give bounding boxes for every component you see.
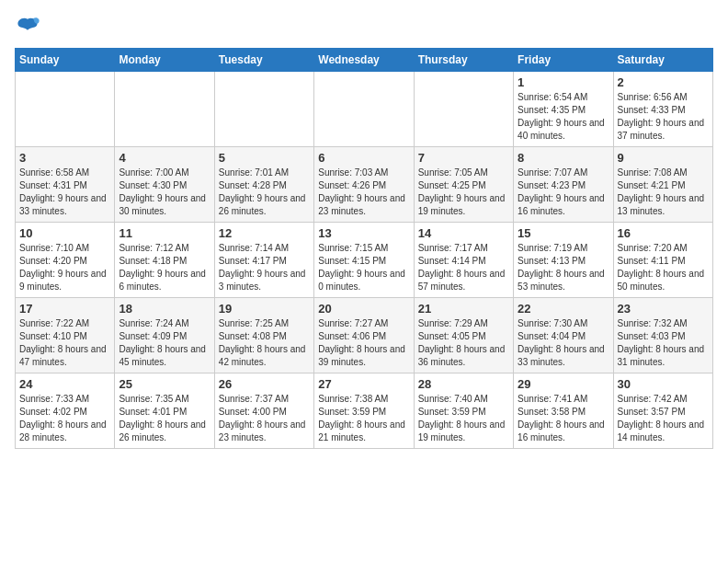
day-info: Sunrise: 6:54 AM Sunset: 4:35 PM Dayligh… (518, 91, 609, 143)
day-number: 11 (119, 226, 210, 240)
day-info: Sunrise: 7:32 AM Sunset: 4:03 PM Dayligh… (618, 317, 709, 369)
calendar-table: SundayMondayTuesdayWednesdayThursdayFrid… (15, 48, 713, 449)
calendar-cell: 2Sunrise: 6:56 AM Sunset: 4:33 PM Daylig… (613, 72, 712, 147)
day-number: 18 (119, 302, 210, 316)
calendar-cell: 1Sunrise: 6:54 AM Sunset: 4:35 PM Daylig… (514, 72, 613, 147)
day-number: 16 (618, 226, 709, 240)
calendar-cell: 28Sunrise: 7:40 AM Sunset: 3:59 PM Dayli… (414, 373, 513, 449)
day-info: Sunrise: 7:07 AM Sunset: 4:23 PM Dayligh… (518, 167, 609, 218)
day-number: 5 (219, 151, 310, 165)
logo (15, 15, 44, 40)
page-header (15, 15, 713, 40)
calendar-cell: 8Sunrise: 7:07 AM Sunset: 4:23 PM Daylig… (514, 147, 613, 223)
day-info: Sunrise: 7:35 AM Sunset: 4:01 PM Dayligh… (119, 393, 210, 444)
weekday-header-wednesday: Wednesday (314, 49, 414, 72)
calendar-header: SundayMondayTuesdayWednesdayThursdayFrid… (16, 49, 713, 72)
calendar-cell: 7Sunrise: 7:05 AM Sunset: 4:25 PM Daylig… (414, 147, 513, 223)
calendar-cell: 4Sunrise: 7:00 AM Sunset: 4:30 PM Daylig… (115, 147, 214, 223)
day-number: 21 (418, 302, 509, 316)
calendar-cell: 12Sunrise: 7:14 AM Sunset: 4:17 PM Dayli… (214, 223, 313, 298)
weekday-header-thursday: Thursday (414, 49, 513, 72)
day-info: Sunrise: 7:15 AM Sunset: 4:15 PM Dayligh… (318, 242, 409, 293)
day-info: Sunrise: 6:56 AM Sunset: 4:33 PM Dayligh… (618, 91, 709, 143)
day-number: 3 (19, 151, 110, 165)
calendar-cell: 11Sunrise: 7:12 AM Sunset: 4:18 PM Dayli… (115, 223, 214, 298)
calendar-cell (214, 72, 313, 147)
day-info: Sunrise: 7:30 AM Sunset: 4:04 PM Dayligh… (518, 317, 609, 369)
day-number: 30 (618, 377, 709, 391)
day-number: 9 (618, 151, 709, 165)
calendar-cell: 25Sunrise: 7:35 AM Sunset: 4:01 PM Dayli… (115, 373, 214, 449)
day-number: 10 (19, 226, 110, 240)
day-info: Sunrise: 7:17 AM Sunset: 4:14 PM Dayligh… (418, 242, 509, 293)
calendar-cell: 17Sunrise: 7:22 AM Sunset: 4:10 PM Dayli… (16, 298, 115, 373)
calendar-cell: 30Sunrise: 7:42 AM Sunset: 3:57 PM Dayli… (613, 373, 712, 449)
day-info: Sunrise: 7:12 AM Sunset: 4:18 PM Dayligh… (119, 242, 210, 293)
day-number: 7 (418, 151, 509, 165)
day-number: 26 (219, 377, 310, 391)
calendar-week-0: 1Sunrise: 6:54 AM Sunset: 4:35 PM Daylig… (16, 72, 713, 147)
calendar-cell: 3Sunrise: 6:58 AM Sunset: 4:31 PM Daylig… (16, 147, 115, 223)
weekday-header-friday: Friday (514, 49, 613, 72)
day-info: Sunrise: 7:01 AM Sunset: 4:28 PM Dayligh… (219, 167, 310, 218)
day-info: Sunrise: 7:00 AM Sunset: 4:30 PM Dayligh… (119, 167, 210, 218)
day-number: 2 (618, 75, 709, 89)
calendar-cell: 15Sunrise: 7:19 AM Sunset: 4:13 PM Dayli… (514, 223, 613, 298)
day-number: 23 (618, 302, 709, 316)
day-number: 8 (518, 151, 609, 165)
calendar-cell: 23Sunrise: 7:32 AM Sunset: 4:03 PM Dayli… (613, 298, 712, 373)
day-info: Sunrise: 7:19 AM Sunset: 4:13 PM Dayligh… (518, 242, 609, 293)
day-info: Sunrise: 7:10 AM Sunset: 4:20 PM Dayligh… (19, 242, 110, 293)
day-number: 13 (318, 226, 409, 240)
day-number: 6 (318, 151, 409, 165)
day-info: Sunrise: 7:38 AM Sunset: 3:59 PM Dayligh… (318, 393, 409, 444)
day-info: Sunrise: 6:58 AM Sunset: 4:31 PM Dayligh… (19, 167, 110, 218)
calendar-cell: 20Sunrise: 7:27 AM Sunset: 4:06 PM Dayli… (314, 298, 414, 373)
calendar-week-4: 24Sunrise: 7:33 AM Sunset: 4:02 PM Dayli… (16, 373, 713, 449)
day-info: Sunrise: 7:40 AM Sunset: 3:59 PM Dayligh… (418, 393, 509, 444)
day-info: Sunrise: 7:41 AM Sunset: 3:58 PM Dayligh… (518, 393, 609, 444)
weekday-row: SundayMondayTuesdayWednesdayThursdayFrid… (16, 49, 713, 72)
day-number: 22 (518, 302, 609, 316)
day-info: Sunrise: 7:29 AM Sunset: 4:05 PM Dayligh… (418, 317, 509, 369)
day-number: 19 (219, 302, 310, 316)
day-number: 24 (19, 377, 110, 391)
day-number: 15 (518, 226, 609, 240)
calendar-week-3: 17Sunrise: 7:22 AM Sunset: 4:10 PM Dayli… (16, 298, 713, 373)
calendar-cell: 5Sunrise: 7:01 AM Sunset: 4:28 PM Daylig… (214, 147, 313, 223)
day-number: 20 (318, 302, 409, 316)
calendar-cell: 13Sunrise: 7:15 AM Sunset: 4:15 PM Dayli… (314, 223, 414, 298)
weekday-header-saturday: Saturday (613, 49, 712, 72)
calendar-cell (16, 72, 115, 147)
day-info: Sunrise: 7:42 AM Sunset: 3:57 PM Dayligh… (618, 393, 709, 444)
day-number: 29 (518, 377, 609, 391)
day-number: 17 (19, 302, 110, 316)
day-info: Sunrise: 7:22 AM Sunset: 4:10 PM Dayligh… (19, 317, 110, 369)
day-number: 4 (119, 151, 210, 165)
weekday-header-tuesday: Tuesday (214, 49, 313, 72)
calendar-cell: 22Sunrise: 7:30 AM Sunset: 4:04 PM Dayli… (514, 298, 613, 373)
logo-bird-icon (15, 15, 40, 40)
calendar-cell: 29Sunrise: 7:41 AM Sunset: 3:58 PM Dayli… (514, 373, 613, 449)
day-info: Sunrise: 7:25 AM Sunset: 4:08 PM Dayligh… (219, 317, 310, 369)
day-info: Sunrise: 7:37 AM Sunset: 4:00 PM Dayligh… (219, 393, 310, 444)
calendar-cell: 16Sunrise: 7:20 AM Sunset: 4:11 PM Dayli… (613, 223, 712, 298)
calendar-cell: 10Sunrise: 7:10 AM Sunset: 4:20 PM Dayli… (16, 223, 115, 298)
calendar-cell: 21Sunrise: 7:29 AM Sunset: 4:05 PM Dayli… (414, 298, 513, 373)
day-number: 14 (418, 226, 509, 240)
calendar-cell (314, 72, 414, 147)
calendar-cell: 26Sunrise: 7:37 AM Sunset: 4:00 PM Dayli… (214, 373, 313, 449)
day-info: Sunrise: 7:27 AM Sunset: 4:06 PM Dayligh… (318, 317, 409, 369)
calendar-week-2: 10Sunrise: 7:10 AM Sunset: 4:20 PM Dayli… (16, 223, 713, 298)
day-number: 12 (219, 226, 310, 240)
day-number: 28 (418, 377, 509, 391)
day-info: Sunrise: 7:03 AM Sunset: 4:26 PM Dayligh… (318, 167, 409, 218)
calendar-cell: 14Sunrise: 7:17 AM Sunset: 4:14 PM Dayli… (414, 223, 513, 298)
day-info: Sunrise: 7:08 AM Sunset: 4:21 PM Dayligh… (618, 167, 709, 218)
calendar-cell: 19Sunrise: 7:25 AM Sunset: 4:08 PM Dayli… (214, 298, 313, 373)
calendar-cell (115, 72, 214, 147)
calendar-cell: 9Sunrise: 7:08 AM Sunset: 4:21 PM Daylig… (613, 147, 712, 223)
calendar-cell: 6Sunrise: 7:03 AM Sunset: 4:26 PM Daylig… (314, 147, 414, 223)
calendar-cell: 18Sunrise: 7:24 AM Sunset: 4:09 PM Dayli… (115, 298, 214, 373)
calendar-body: 1Sunrise: 6:54 AM Sunset: 4:35 PM Daylig… (16, 72, 713, 449)
